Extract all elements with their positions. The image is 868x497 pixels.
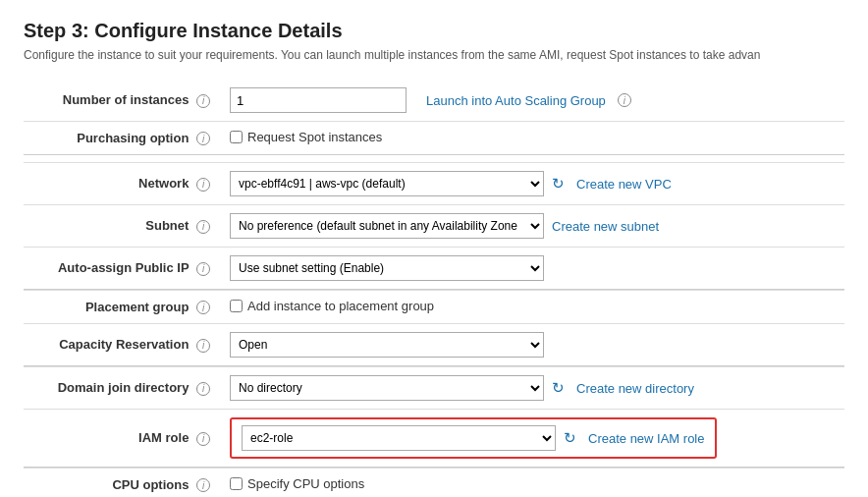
auto-assign-ip-info-icon[interactable]: i — [196, 262, 210, 276]
cpu-options-checkbox-label[interactable]: Specify CPU options — [230, 476, 364, 491]
placement-group-checkbox[interactable] — [230, 300, 243, 312]
cpu-options-checkbox[interactable] — [230, 477, 243, 490]
capacity-reservation-select[interactable]: Open — [230, 332, 544, 358]
network-select[interactable]: vpc-ebff4c91 | aws-vpc (default) — [230, 171, 544, 196]
create-new-iam-role-link[interactable]: Create new IAM role — [588, 431, 705, 446]
capacity-reservation-label: Capacity Reservation — [59, 337, 189, 352]
number-of-instances-label: Number of instances — [63, 92, 190, 107]
request-spot-instances-checkbox[interactable] — [230, 131, 243, 143]
cpu-options-text: Specify CPU options — [247, 476, 364, 491]
network-label: Network — [138, 176, 189, 191]
create-new-subnet-link[interactable]: Create new subnet — [552, 219, 659, 234]
number-of-instances-input[interactable] — [230, 87, 407, 113]
subnet-select[interactable]: No preference (default subnet in any Ava… — [230, 213, 544, 239]
domain-join-select[interactable]: No directory — [230, 375, 544, 401]
iam-role-select[interactable]: ec2-role — [242, 425, 556, 451]
subnet-info-icon[interactable]: i — [196, 220, 210, 234]
subnet-label: Subnet — [145, 218, 189, 233]
create-new-directory-link[interactable]: Create new directory — [576, 381, 694, 396]
iam-role-refresh-icon[interactable]: ↻ — [564, 429, 576, 447]
domain-join-info-icon[interactable]: i — [196, 382, 210, 396]
iam-role-highlight-box: ec2-role ↻ Create new IAM role — [230, 417, 717, 459]
request-spot-instances-checkbox-label[interactable]: Request Spot instances — [230, 130, 382, 144]
placement-group-text: Add instance to placement group — [247, 299, 434, 313]
capacity-reservation-info-icon[interactable]: i — [196, 339, 210, 353]
domain-join-refresh-icon[interactable]: ↻ — [552, 379, 565, 397]
page-subtitle: Configure the instance to suit your requ… — [24, 48, 844, 62]
placement-group-info-icon[interactable]: i — [196, 301, 210, 314]
network-info-icon[interactable]: i — [196, 178, 210, 192]
purchasing-option-label: Purchasing option — [77, 131, 189, 145]
launch-auto-scaling-link[interactable]: Launch into Auto Scaling Group — [426, 93, 606, 108]
network-refresh-icon[interactable]: ↻ — [552, 175, 565, 193]
iam-role-info-icon[interactable]: i — [196, 432, 210, 446]
page-title: Step 3: Configure Instance Details — [24, 20, 844, 42]
auto-assign-ip-select[interactable]: Use subnet setting (Enable) — [230, 255, 544, 281]
launch-auto-scaling-info-icon[interactable]: i — [618, 93, 631, 107]
placement-group-checkbox-label[interactable]: Add instance to placement group — [230, 299, 434, 313]
cpu-options-label: CPU options — [112, 477, 189, 492]
purchasing-option-info-icon[interactable]: i — [196, 132, 210, 145]
number-of-instances-info-icon[interactable]: i — [196, 94, 210, 108]
request-spot-instances-text: Request Spot instances — [247, 130, 382, 144]
iam-role-label: IAM role — [138, 430, 189, 445]
placement-group-label: Placement group — [85, 300, 189, 314]
auto-assign-ip-label: Auto-assign Public IP — [58, 260, 189, 275]
domain-join-label: Domain join directory — [58, 380, 190, 395]
cpu-options-info-icon[interactable]: i — [196, 478, 210, 492]
create-new-vpc-link[interactable]: Create new VPC — [576, 177, 672, 192]
